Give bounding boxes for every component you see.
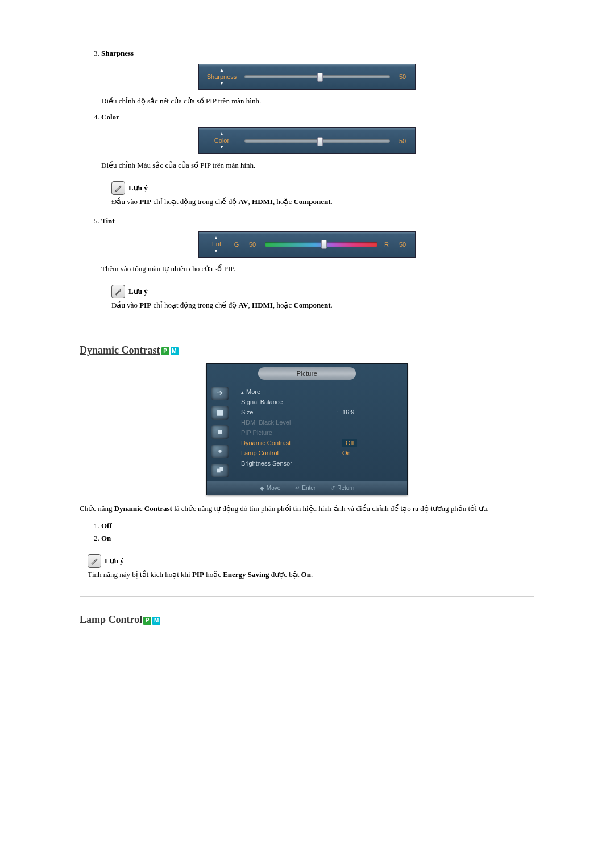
multi-icon[interactable] [211, 464, 229, 477]
arrow-down-icon[interactable]: ▼ [205, 81, 239, 86]
note-icon [111, 285, 125, 298]
arrow-up-icon[interactable]: ▲ [205, 235, 227, 241]
tint-desc: Thêm vào tông màu tự nhiên cho cửa sổ PI… [101, 264, 534, 273]
note-title: Lưu ý [128, 287, 148, 296]
sharpness-knob[interactable] [317, 73, 323, 82]
badge-m-icon: M [152, 617, 160, 625]
title-color: Color [101, 113, 119, 121]
input-icon[interactable] [211, 387, 229, 400]
divider [80, 596, 534, 597]
osd-row[interactable]: Brightness Sensor [241, 458, 399, 468]
color-slider-label: Color [214, 137, 229, 144]
osd-foot-enter: ↵ Enter [295, 485, 316, 491]
tint-g-label: G [233, 241, 240, 248]
color-adjust: ▲ Color ▼ [205, 131, 239, 149]
sharpness-slider-label: Sharpness [207, 73, 237, 80]
osd-footer: ◆ Move ↵ Enter ↺ Return [207, 481, 407, 495]
title-tint: Tint [101, 217, 115, 225]
item-tint: Tint [101, 217, 534, 226]
osd-more[interactable]: More [241, 387, 399, 397]
sound-icon[interactable] [211, 425, 229, 439]
osd-row: PIP Picture [241, 427, 399, 438]
badge-m-icon: M [171, 347, 179, 355]
osd-row[interactable]: Dynamic Contrast:Off [241, 438, 399, 448]
osd-row-label: Brightness Sensor [241, 460, 399, 467]
tint-g-value: 50 [246, 241, 259, 248]
note-body-2: Đầu vào PIP chỉ hoạt động trong chế độ A… [111, 301, 534, 310]
osd-row-value: 16:9 [342, 409, 399, 416]
osd-row-label: Size [241, 409, 331, 416]
note-title: Lưu ý [105, 556, 124, 566]
note-block-3: Lưu ý Tính năng này bị tắt kích hoạt khi… [88, 554, 534, 579]
osd-row-value: Off [342, 439, 399, 447]
color-desc: Điều chỉnh Màu sắc của cửa sổ PIP trên m… [101, 161, 534, 170]
osd-foot-return: ↺ Return [330, 485, 354, 491]
tint-r-label: R [383, 241, 390, 248]
note-block-1: Lưu ý Đầu vào PIP chỉ hoạt động trong ch… [111, 181, 534, 206]
setup-icon[interactable] [211, 445, 229, 458]
tint-slider-label: Tint [211, 240, 221, 247]
arrow-up-icon[interactable]: ▲ [205, 68, 239, 73]
badge-p-icon: P [143, 617, 151, 625]
osd-menu: More Signal BalanceSize:16:9HDMI Black L… [233, 383, 407, 481]
sharpness-track[interactable] [244, 75, 390, 78]
item-color: Color [101, 113, 534, 122]
title-sharpness: Sharpness [101, 49, 134, 57]
osd-row-label: Lamp Control [241, 450, 331, 456]
note-body-3: Tính năng này bị tắt kích hoạt khi PIP h… [88, 570, 534, 579]
osd-row-label: Dynamic Contrast [241, 439, 331, 446]
section-dynamic-contrast: Dynamic Contrast P M [80, 344, 534, 356]
note-block-2: Lưu ý Đầu vào PIP chỉ hoạt động trong ch… [111, 285, 534, 310]
tint-knob[interactable] [321, 240, 327, 249]
arrow-down-icon[interactable]: ▼ [205, 144, 239, 150]
osd-sidebar [207, 383, 233, 481]
dynamic-contrast-desc: Chức năng Dynamic Contrast là chức năng … [80, 504, 534, 513]
color-value: 50 [396, 138, 409, 144]
arrow-up-icon[interactable]: ▲ [205, 131, 239, 137]
osd-panel: Picture More Signal BalanceSize:16:9HDMI… [206, 363, 408, 495]
divider [80, 327, 534, 327]
note-body-1: Đầu vào PIP chỉ hoạt động trong chế độ A… [111, 197, 534, 206]
sharpness-slider-panel: ▲ Sharpness ▼ 50 [198, 64, 416, 90]
sharpness-adjust: ▲ Sharpness ▼ [205, 68, 239, 86]
osd-foot-move: ◆ Move [260, 485, 280, 491]
osd-row[interactable]: Lamp Control:On [241, 448, 399, 458]
osd-row[interactable]: Signal Balance [241, 397, 399, 407]
tint-adjust: ▲ Tint ▼ [205, 235, 227, 254]
color-knob[interactable] [317, 137, 323, 146]
arrow-down-icon[interactable]: ▼ [205, 248, 227, 254]
osd-selected-value: Off [342, 439, 357, 447]
color-track[interactable] [244, 139, 390, 143]
tint-slider-panel: ▲ Tint ▼ G 50 R 50 [198, 231, 416, 258]
osd-row-label: Signal Balance [241, 398, 399, 405]
sharpness-desc: Điều chỉnh độ sắc nét của cửa sổ PIP trê… [101, 97, 534, 106]
color-slider-panel: ▲ Color ▼ 50 [198, 127, 416, 153]
opt-on: On [101, 534, 534, 543]
tint-track[interactable] [265, 242, 377, 247]
svg-rect-0 [217, 410, 223, 415]
svg-rect-4 [219, 467, 223, 471]
note-icon [111, 181, 125, 195]
item-sharpness: Sharpness [101, 49, 534, 58]
tint-r-value: 50 [396, 241, 409, 248]
sharpness-value: 50 [396, 73, 409, 80]
svg-point-2 [218, 450, 221, 452]
osd-title: Picture [258, 367, 356, 380]
osd-row[interactable]: Size:16:9 [241, 407, 399, 417]
osd-row-label: PIP Picture [241, 429, 399, 436]
opt-off: Off [101, 521, 534, 530]
badge-p-icon: P [161, 347, 169, 355]
osd-row-label: HDMI Black Level [241, 419, 399, 426]
picture-icon[interactable] [211, 406, 229, 420]
section-lamp-control: Lamp Control P M [80, 614, 534, 626]
note-icon [88, 554, 101, 568]
note-title: Lưu ý [128, 184, 148, 193]
osd-row-value: On [342, 450, 399, 456]
osd-row: HDMI Black Level [241, 417, 399, 427]
svg-point-1 [218, 430, 222, 434]
